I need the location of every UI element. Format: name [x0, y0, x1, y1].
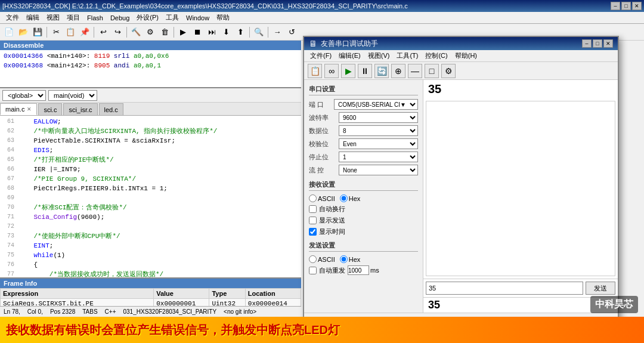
parity-row: 校验位 Even — [309, 138, 418, 149]
dialog-tool-window[interactable]: □ — [425, 64, 439, 78]
maximize-button[interactable]: □ — [621, 2, 631, 10]
dialog-tool-refresh[interactable]: 🔄 — [374, 64, 389, 78]
dialog-minimize[interactable]: – — [582, 39, 592, 48]
receive-format-group: ASCII Hex — [309, 194, 418, 202]
dialog-tool-play[interactable]: ▶ — [341, 64, 355, 78]
minimize-button[interactable]: – — [611, 2, 620, 10]
tab-sci-isr-c[interactable]: sci_isr.c — [63, 103, 97, 115]
watermark-box: 中科昊芯 — [590, 296, 638, 313]
show-time-row: 显示时间 — [309, 227, 418, 236]
show-time-checkbox[interactable] — [309, 228, 317, 236]
menu-file[interactable]: 文件 — [2, 12, 23, 23]
stop-bits-select[interactable]: 1 — [339, 152, 418, 162]
reset-btn[interactable]: ↺ — [285, 26, 298, 39]
step-over-btn[interactable]: ⏭ — [205, 26, 218, 39]
send-input[interactable] — [426, 282, 583, 295]
dialog-menu: 文件(F) 编辑(E) 视图(V) 工具(T) 控制(C) 帮助(H) — [304, 50, 618, 62]
code-editor[interactable]: 61 EALLOW; 62 /*中断向量表入口地址SCIRXINTA, 指向执行… — [0, 116, 301, 277]
menu-debug[interactable]: Debug — [107, 13, 133, 23]
debug-start-btn[interactable]: ▶ — [177, 26, 190, 39]
parity-select[interactable]: Even — [339, 138, 418, 149]
menu-project[interactable]: 项目 — [63, 12, 83, 23]
menu-window[interactable]: Window — [182, 13, 213, 23]
step-out-btn[interactable]: ⬆ — [234, 26, 247, 39]
build-btn[interactable]: 🔨 — [129, 26, 143, 39]
menu-help[interactable]: 帮助 — [213, 12, 233, 23]
auto-resend-label: 自动重发 — [319, 266, 345, 275]
parity-label: 校验位 — [309, 140, 339, 149]
port-select[interactable]: COM5(USB-SERIAL CI▼ — [334, 99, 418, 110]
send-hex-radio[interactable] — [340, 255, 348, 263]
undo-btn[interactable]: ↩ — [97, 26, 110, 39]
global-dropdown[interactable]: <global> — [2, 90, 46, 101]
dialog-menu-control[interactable]: 控制(C) — [422, 50, 451, 61]
dialog-menu-view[interactable]: 视图(V) — [364, 50, 394, 61]
toolbar-sep-4 — [174, 27, 174, 38]
send-button[interactable]: 发送 — [586, 282, 615, 295]
dialog-tool-loop[interactable]: ∞ — [324, 64, 339, 78]
recv-hex-radio[interactable] — [340, 194, 348, 202]
new-file-btn[interactable]: 📄 — [2, 26, 16, 39]
tab-sci-c[interactable]: sci.c — [38, 103, 62, 115]
recv-ascii-label[interactable]: ASCII — [309, 194, 335, 202]
dialog-tool-new[interactable]: 📋 — [308, 64, 322, 78]
tab-main-c-label: main.c — [5, 106, 24, 113]
disassemble-content: 0x00014366 <main+140>: 8119 srli a0,a0,0… — [0, 50, 301, 72]
resend-interval-input[interactable] — [348, 265, 369, 275]
code-line-63: 63 PieVectTable.SCIRXINTA = &sciaRxIsr; — [1, 136, 300, 146]
ide-window: [HXS320F28034_CDK] E:\2.12.1_CDK_Example… — [0, 0, 644, 343]
recv-ascii-text: ASCII — [318, 195, 335, 202]
tab-main-c-close[interactable]: ✕ — [27, 106, 32, 112]
run-to-cursor-btn[interactable]: → — [271, 26, 284, 39]
step-into-btn[interactable]: ⬇ — [219, 26, 233, 39]
baud-select[interactable]: 9600 — [339, 112, 418, 123]
dialog-menu-help[interactable]: 帮助(H) — [451, 50, 481, 61]
baud-label: 波特率 — [309, 113, 339, 122]
dialog-maximize[interactable]: □ — [593, 39, 602, 48]
open-file-btn[interactable]: 📂 — [17, 26, 30, 39]
stop-bits-label: 停止位 — [309, 153, 339, 162]
recv-ascii-radio[interactable] — [309, 194, 317, 202]
dialog-tool-settings[interactable]: ⚙ — [441, 64, 456, 78]
show-send-row: 显示发送 — [309, 216, 418, 225]
debug-stop-btn[interactable]: ⏹ — [191, 26, 204, 39]
rebuild-btn[interactable]: ⚙ — [144, 26, 157, 39]
ide-status-bar: Ln 78, Col 0, Pos 2328 TABS C++ 031_HXS3… — [0, 306, 301, 317]
paste-btn[interactable]: 📌 — [78, 26, 91, 39]
send-ascii-label[interactable]: ASCII — [309, 255, 335, 263]
redo-btn[interactable]: ↪ — [111, 26, 124, 39]
recv-hex-label[interactable]: Hex — [340, 194, 361, 202]
auto-resend-checkbox[interactable] — [309, 267, 317, 274]
dialog-tool-minus[interactable]: — — [408, 64, 422, 78]
flow-control-select[interactable]: None — [339, 165, 418, 175]
menu-view[interactable]: 视图 — [43, 12, 63, 23]
cut-btn[interactable]: ✂ — [49, 26, 63, 39]
auto-newline-checkbox[interactable] — [309, 205, 317, 213]
copy-btn[interactable]: 📋 — [64, 26, 77, 39]
code-line-72: 72 — [1, 222, 300, 231]
close-button[interactable]: ✕ — [632, 2, 642, 10]
dialog-menu-edit[interactable]: 编辑(E) — [335, 50, 364, 61]
tab-main-c[interactable]: main.c ✕ — [0, 103, 37, 115]
menu-flash[interactable]: Flash — [83, 13, 107, 23]
clean-btn[interactable]: 🗑 — [158, 26, 171, 39]
dialog-menu-file[interactable]: 文件(F) — [306, 50, 335, 61]
data-bits-select[interactable]: 8 — [339, 125, 418, 136]
save-btn[interactable]: 💾 — [31, 26, 44, 39]
menu-tools[interactable]: 工具 — [162, 12, 182, 23]
show-send-checkbox[interactable] — [309, 217, 317, 224]
display-value-top: 35 — [423, 80, 618, 98]
dialog-tool-add[interactable]: ⊕ — [391, 64, 405, 78]
menu-edit[interactable]: 编辑 — [23, 12, 43, 23]
dialog-close[interactable]: ✕ — [603, 39, 613, 48]
dialog-menu-tools[interactable]: 工具(T) — [393, 50, 422, 61]
send-ascii-radio[interactable] — [309, 255, 317, 263]
col-expression: Expression — [1, 289, 154, 299]
dialog-tool-pause[interactable]: ⏸ — [358, 64, 372, 78]
menu-peripherals[interactable]: 外设(P) — [133, 12, 162, 23]
search-btn[interactable]: 🔍 — [252, 26, 265, 39]
tab-led-c[interactable]: led.c — [99, 103, 123, 115]
watermark: 中科昊芯 — [590, 296, 638, 313]
send-hex-label[interactable]: Hex — [340, 255, 361, 263]
function-dropdown[interactable]: main(void) — [48, 90, 97, 101]
